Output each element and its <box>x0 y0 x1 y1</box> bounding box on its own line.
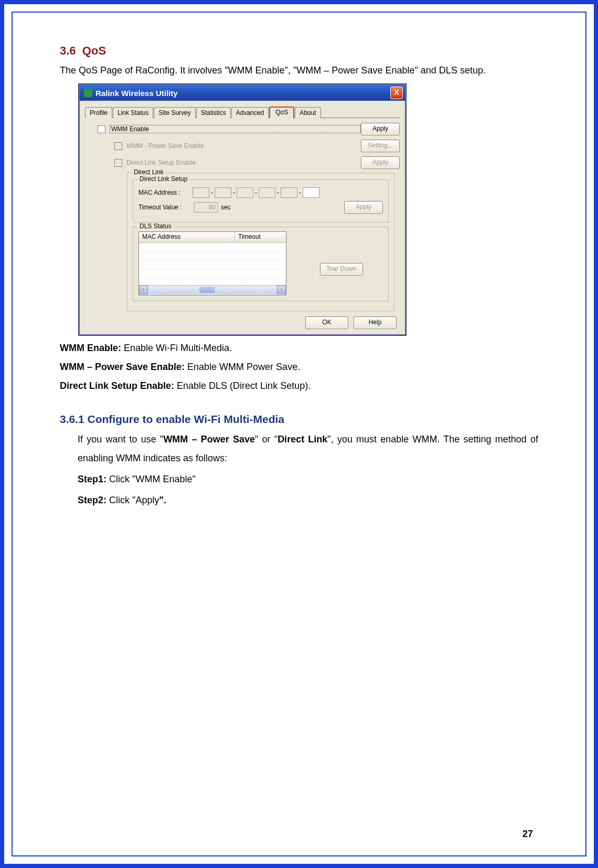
dls-table-header: MAC Address Timeout <box>139 232 286 243</box>
dls-status-table: MAC Address Timeout <box>138 231 286 295</box>
dls-status-legend: DLS Status <box>137 223 174 230</box>
step2-bold: Step2: <box>78 495 106 505</box>
wmm-ps-checkbox <box>114 142 122 150</box>
section-intro: The QoS Page of RaConfig. It involves "W… <box>60 61 538 80</box>
tab-qos[interactable]: QoS <box>269 107 294 118</box>
subsection-intro: If you want to use "WMM – Power Save" or… <box>78 430 538 468</box>
direct-link-legend: Direct Link <box>132 168 166 176</box>
dls-setup-legend: Direct Link Setup <box>137 175 189 183</box>
scroll-track[interactable]: ⋮⋮ <box>148 285 277 294</box>
timeout-label: Timeout Value : <box>138 204 191 211</box>
step1-bold: Step1: <box>78 474 106 484</box>
def-dls-text: Enable DLS (Direct Link Setup). <box>174 380 311 391</box>
table-row <box>139 243 286 252</box>
teardown-wrap: Tear Down <box>320 263 363 276</box>
timeout-unit: sec <box>221 204 231 211</box>
col-mac-address: MAC Address <box>139 232 235 242</box>
def-wmm-ps-text: Enable WMM Power Save. <box>185 362 300 372</box>
tab-strip: Profile Link Status Site Survey Statisti… <box>85 105 400 118</box>
def-wmm-ps-bold: WMM – Power Save Enable: <box>60 362 185 372</box>
wmm-ps-label: WMM - Power Save Enable <box>126 142 361 150</box>
wmm-enable-row: WMM Enable Apply <box>98 122 400 136</box>
tab-advanced[interactable]: Advanced <box>231 107 269 118</box>
apply-dls-button: Apply <box>361 156 400 169</box>
section-number: 3.6 <box>60 44 76 57</box>
intro-bold-1: WMM – Power Save <box>163 434 255 444</box>
dls-enable-row: Direct Link Setup Enable Apply <box>114 156 400 170</box>
screenshot-window: Ralink Wireless Utility X Profile Link S… <box>79 84 406 335</box>
help-button[interactable]: Help <box>354 316 397 329</box>
wmm-enable-label: WMM Enable <box>110 125 361 133</box>
intro-bold-2: Direct Link <box>277 434 327 444</box>
page-number: 27 <box>522 829 533 840</box>
dls-setup-fieldset: Direct Link Setup MAC Address : - - - - … <box>133 179 389 223</box>
mac-input-4 <box>259 187 275 198</box>
step2: Step2: Click "Apply". <box>78 491 538 510</box>
dls-rows <box>139 243 286 285</box>
bottom-button-row: OK Help <box>85 316 400 329</box>
step2-end-bold: ". <box>159 495 166 505</box>
mac-input-1 <box>193 187 209 198</box>
subsection-title: 3.6.1 Configure to enable Wi-Fi Multi-Me… <box>60 413 538 426</box>
wmm-enable-checkbox[interactable] <box>98 125 105 133</box>
table-row <box>139 252 286 261</box>
tab-link-status[interactable]: Link Status <box>113 107 153 118</box>
window-body: Profile Link Status Site Survey Statisti… <box>80 101 405 334</box>
section-title: 3.6 QoS <box>60 44 538 58</box>
apply-setup-button: Apply <box>344 201 383 214</box>
app-icon <box>84 89 92 97</box>
tab-about[interactable]: About <box>295 107 321 118</box>
scroll-left-icon[interactable]: ‹ <box>139 285 148 294</box>
dls-status-content: MAC Address Timeout <box>138 231 383 295</box>
section-name: QoS <box>82 44 106 57</box>
tab-profile[interactable]: Profile <box>85 107 112 118</box>
tab-site-survey[interactable]: Site Survey <box>154 107 195 118</box>
scroll-thumb[interactable]: ⋮⋮ <box>199 287 215 293</box>
direct-link-fieldset: Direct Link Direct Link Setup MAC Addres… <box>127 173 394 311</box>
def-dls-bold: Direct Link Setup Enable: <box>60 380 174 391</box>
mac-input-2 <box>215 187 231 198</box>
mac-input-3 <box>237 187 253 198</box>
timeout-row: Timeout Value : 60 sec Apply <box>138 201 383 214</box>
page-outer-border: 3.6 QoS The QoS Page of RaConfig. It inv… <box>0 0 598 868</box>
mac-input-6 <box>303 187 319 198</box>
tear-down-button: Tear Down <box>320 263 363 276</box>
wmm-ps-row: WMM - Power Save Enable Setting... <box>114 139 400 153</box>
dls-enable-checkbox <box>114 159 122 167</box>
def-wmm-enable-bold: WMM Enable: <box>60 343 121 353</box>
window-title: Ralink Wireless Utility <box>95 89 390 98</box>
horizontal-scrollbar[interactable]: ‹ ⋮⋮ › <box>139 285 286 294</box>
close-button[interactable]: X <box>390 87 403 99</box>
def-wmm-enable: WMM Enable: Enable Wi-Fi Multi-Media. <box>60 338 538 357</box>
setting-button: Setting... <box>361 140 400 152</box>
step1-text: Click "WMM Enable" <box>106 474 196 484</box>
titlebar: Ralink Wireless Utility X <box>80 85 405 101</box>
table-row <box>139 261 286 270</box>
def-dls: Direct Link Setup Enable: Enable DLS (Di… <box>60 376 538 395</box>
mac-input-5 <box>281 187 297 198</box>
tab-statistics[interactable]: Statistics <box>196 107 231 118</box>
page-inner-border: 3.6 QoS The QoS Page of RaConfig. It inv… <box>12 12 586 856</box>
timeout-input: 60 <box>194 202 218 213</box>
ok-button[interactable]: OK <box>305 316 348 329</box>
step1: Step1: Click "WMM Enable" <box>78 470 538 489</box>
mac-address-row: MAC Address : - - - - - <box>138 187 383 198</box>
col-timeout: Timeout <box>235 232 286 242</box>
table-row <box>139 270 286 279</box>
dls-status-fieldset: DLS Status MAC Address Timeout <box>133 227 389 301</box>
dls-enable-label: Direct Link Setup Enable <box>126 159 361 166</box>
apply-wmm-button[interactable]: Apply <box>361 123 400 135</box>
def-wmm-enable-text: Enable Wi-Fi Multi-Media. <box>121 343 232 353</box>
step2-text: Click "Apply <box>106 495 159 505</box>
def-wmm-ps: WMM – Power Save Enable: Enable WMM Powe… <box>60 357 538 376</box>
mac-label: MAC Address : <box>138 189 191 196</box>
scroll-right-icon[interactable]: › <box>277 285 286 294</box>
